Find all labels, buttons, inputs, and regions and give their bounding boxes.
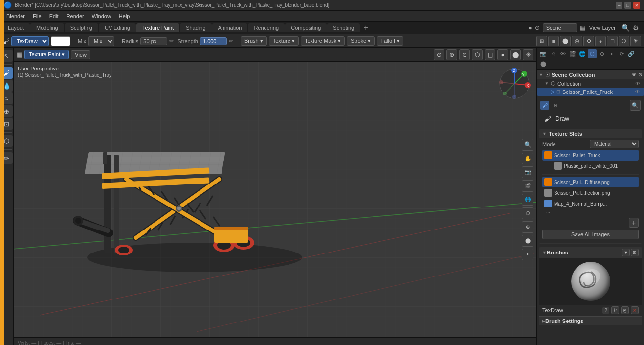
viewport-canvas[interactable]: User Perspective (1) Scissor_Pallet_Truc… (14, 62, 536, 337)
tab-texture-paint[interactable]: Texture Paint (136, 23, 179, 32)
filter-icon[interactable]: ⚙ (633, 24, 639, 32)
brush-delete-btn[interactable]: ✕ (631, 306, 639, 314)
brush-copy-btn[interactable]: ⎘ (621, 306, 629, 314)
navigation-gizmo[interactable]: Y X Z (497, 67, 532, 101)
menu-blender[interactable]: Blender (3, 12, 28, 20)
tex-image-item-1[interactable]: Scissor_Pall...flection.png (542, 187, 639, 198)
vp-shading-render[interactable]: ☀ (523, 49, 533, 60)
tab-compositing[interactable]: Compositing (285, 23, 327, 32)
radius-input[interactable] (140, 37, 167, 45)
object-item[interactable]: ▷ ⊡ Scissor_Pallet_Truck 👁 (537, 88, 644, 96)
vp-shading-solid[interactable]: ● (497, 49, 508, 60)
strength-input[interactable] (200, 37, 227, 45)
vp-shading-mat[interactable]: ⬤ (510, 49, 521, 60)
vp-render[interactable]: 🎬 (522, 180, 533, 192)
material-icon[interactable]: ⬡ (619, 36, 629, 46)
tab-rendering[interactable]: Rendering (248, 23, 285, 32)
tab-scripting[interactable]: Scripting (327, 23, 360, 32)
add-texture-button[interactable]: + (629, 218, 639, 228)
tab-shading[interactable]: Shading (180, 23, 211, 32)
maximize-button[interactable]: □ (624, 2, 631, 9)
collection-item[interactable]: ▼ ⬡ Collection 👁 (537, 79, 644, 88)
prop-modifier-icon[interactable]: ⊕ (598, 49, 606, 58)
vp-transform-icon[interactable]: ⊙ (434, 49, 444, 60)
prop-data-icon[interactable]: ⬤ (539, 59, 548, 68)
stroke-dropdown[interactable]: Stroke ▾ (347, 36, 375, 46)
viewport-mode-button[interactable]: Texture Paint ▾ (24, 50, 69, 59)
vp-mirror-icon[interactable]: ⬡ (472, 49, 483, 60)
vp-pan[interactable]: ✋ (522, 153, 533, 164)
add-workspace-button[interactable]: + (360, 23, 371, 33)
prop-view-icon[interactable]: 👁 (558, 49, 567, 58)
hide-icon[interactable]: 👁 (632, 72, 637, 77)
tab-modeling[interactable]: Modeling (30, 23, 64, 32)
prop-render-icon[interactable]: 📷 (539, 49, 548, 58)
prop-object-icon[interactable]: ⬡ (588, 49, 597, 58)
prop-scene-icon[interactable]: 🎬 (568, 49, 577, 58)
vp-zoom-in[interactable]: 🔍 (522, 139, 533, 151)
mode-selector[interactable]: TexDraw (11, 36, 49, 46)
prop-constraints-icon[interactable]: 🔗 (627, 49, 636, 58)
overlay-icon[interactable]: ◎ (572, 36, 582, 46)
brush-favorite-btn[interactable]: ⚐ (611, 306, 619, 314)
paint-icon[interactable]: 🖌 (540, 101, 549, 110)
mode-selector[interactable]: Material (590, 140, 639, 148)
brush-expand-btn[interactable]: ▼ (622, 249, 630, 256)
collection-eye[interactable]: 👁 (635, 81, 640, 86)
viewport-view-button[interactable]: View (71, 50, 90, 59)
tab-animation[interactable]: Animation (212, 23, 248, 32)
rendered-icon[interactable]: ☀ (630, 36, 641, 46)
brush-dropdown[interactable]: Brush ▾ (241, 36, 267, 46)
panel-toggle-icon[interactable]: ⊞ (536, 36, 547, 46)
falloff-dropdown[interactable]: Falloff ▾ (377, 36, 403, 46)
tex-image-item-0[interactable]: Scissor_Pall...Diffuse.png (542, 177, 639, 187)
texture-item-0[interactable]: Scissor_Pallet_Truck_ (542, 150, 639, 161)
vp-object[interactable]: ⬡ (522, 207, 533, 219)
panel-search-btn[interactable]: 🔍 (630, 100, 641, 111)
object-eye[interactable]: 👁 (635, 89, 640, 94)
prop-physics-icon[interactable]: ⟳ (617, 49, 626, 58)
viewport-shading-icon[interactable]: ⬤ (560, 36, 571, 46)
search-icon[interactable]: 🔍 (622, 24, 630, 32)
tab-sculpting[interactable]: Sculpting (65, 23, 98, 32)
brush-settings-row[interactable]: ▶ Brush Settings (539, 316, 642, 325)
gizmo-icon[interactable]: ⊕ (583, 36, 594, 46)
prop-particles-icon[interactable]: • (607, 49, 616, 58)
tab-layout[interactable]: Layout (2, 23, 30, 32)
prop-output-icon[interactable]: 🖨 (549, 49, 557, 58)
vp-snap-icon[interactable]: ⊕ (446, 49, 457, 60)
active-tool-icon[interactable]: ⊕ (551, 101, 559, 110)
sphere-icon[interactable]: ● (595, 36, 606, 46)
texture-item-1[interactable]: Plastic_pallet_white_001 ··· (552, 161, 639, 171)
menu-window[interactable]: Window (89, 12, 114, 20)
vp-modifier[interactable]: ⊕ (522, 221, 533, 233)
filter-icon-small[interactable]: ⊙ (638, 72, 642, 77)
brush-settings-btn[interactable]: ⊞ (631, 249, 639, 256)
vp-data[interactable]: ⬤ (522, 235, 533, 247)
layers-icon[interactable]: ≡ (548, 36, 559, 46)
vp-world[interactable]: 🌐 (522, 194, 533, 206)
tex-image-item-2[interactable]: Map_4_Normal_Bump... (542, 198, 639, 209)
tab-uv-editing[interactable]: UV Editing (99, 23, 136, 32)
scene-collection-header[interactable]: ▼ ⊡ Scene Collection 👁 ⊙ (537, 70, 644, 79)
vp-particles[interactable]: • (522, 249, 533, 260)
vp-xray-icon[interactable]: ◫ (485, 49, 495, 60)
wire-icon[interactable]: ◻ (607, 36, 618, 46)
vp-proportional-icon[interactable]: ⊙ (459, 49, 470, 60)
blend-selector[interactable]: Mix (88, 36, 114, 46)
scene-input[interactable] (543, 23, 577, 32)
minimize-button[interactable]: – (616, 2, 622, 9)
color-swatch[interactable] (51, 36, 70, 46)
menu-render[interactable]: Render (63, 12, 88, 20)
close-button[interactable]: ✕ (633, 2, 640, 9)
save-all-images-button[interactable]: Save All Images (542, 230, 639, 239)
texture-mask-dropdown[interactable]: Texture Mask ▾ (301, 36, 345, 46)
menu-edit[interactable]: Edit (46, 12, 62, 20)
prop-world-icon[interactable]: 🌐 (578, 49, 587, 58)
texture-slots-header[interactable]: ▼ Texture Slots (539, 129, 642, 138)
texture-dropdown[interactable]: Texture ▾ (269, 36, 299, 46)
menu-help[interactable]: Help (115, 12, 133, 20)
menu-file[interactable]: File (29, 12, 45, 20)
vp-camera[interactable]: 📷 (522, 166, 533, 178)
brushes-header[interactable]: ▼ Brushes ▼ ⊞ (539, 247, 642, 258)
